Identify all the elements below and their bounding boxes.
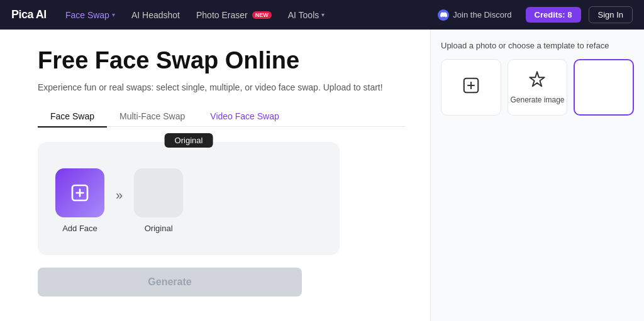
add-face-label: Add Face bbox=[62, 224, 97, 233]
right-panel: Upload a photo or choose a template to r… bbox=[430, 30, 644, 321]
original-card-label: Original bbox=[145, 224, 173, 233]
face-swap-area: Original Add Face » Original bbox=[38, 142, 340, 255]
signin-button[interactable]: Sign In bbox=[589, 6, 633, 23]
original-slot bbox=[134, 168, 183, 217]
discord-icon bbox=[438, 9, 449, 21]
chevron-down-icon-tools: ▾ bbox=[321, 11, 325, 18]
tabs-container: Face Swap Multi-Face Swap Video Face Swa… bbox=[38, 106, 405, 128]
navbar: Pica AI Face Swap ▾ AI Headshot Photo Er… bbox=[0, 0, 644, 30]
generate-button[interactable]: Generate bbox=[38, 268, 302, 297]
template-grid: Generate image bbox=[441, 59, 634, 116]
add-face-button[interactable] bbox=[55, 168, 104, 217]
right-panel-title: Upload a photo or choose a template to r… bbox=[441, 41, 634, 50]
new-badge: new bbox=[252, 11, 272, 19]
nav-face-swap[interactable]: Face Swap ▾ bbox=[59, 6, 121, 24]
left-content: Free Face Swap Online Experience fun or … bbox=[0, 30, 430, 321]
nav-photo-eraser[interactable]: Photo Eraser new bbox=[190, 6, 278, 24]
discord-button[interactable]: Join the Discord bbox=[433, 7, 516, 23]
main-layout: Free Face Swap Online Experience fun or … bbox=[0, 30, 644, 321]
page-subtitle: Experience fun or real swaps: select sin… bbox=[38, 82, 405, 92]
nav-photo-eraser-label: Photo Eraser bbox=[196, 10, 248, 20]
nav-ai-headshot[interactable]: AI Headshot bbox=[125, 6, 186, 24]
logo[interactable]: Pica AI bbox=[11, 8, 47, 21]
nav-face-swap-label: Face Swap bbox=[65, 10, 109, 20]
nav-ai-tools-label: AI Tools bbox=[288, 10, 319, 20]
arrow-divider: » bbox=[116, 188, 123, 214]
nav-ai-headshot-label: AI Headshot bbox=[131, 10, 180, 20]
chevron-down-icon: ▾ bbox=[112, 11, 115, 18]
upload-icon bbox=[462, 76, 480, 99]
upload-card[interactable] bbox=[441, 59, 501, 116]
original-card: Original bbox=[134, 168, 183, 233]
tab-face-swap[interactable]: Face Swap bbox=[38, 106, 107, 128]
original-label: Original bbox=[165, 133, 213, 148]
sparkle-icon bbox=[528, 70, 546, 92]
tab-multi-face-swap[interactable]: Multi-Face Swap bbox=[107, 106, 197, 128]
add-face-card: Add Face bbox=[55, 168, 104, 233]
generate-image-card[interactable]: Generate image bbox=[508, 59, 568, 116]
nav-ai-tools[interactable]: AI Tools ▾ bbox=[282, 6, 331, 24]
tab-video-face-swap[interactable]: Video Face Swap bbox=[197, 106, 291, 128]
page-title: Free Face Swap Online bbox=[38, 47, 405, 75]
credits-button[interactable]: Credits: 8 bbox=[526, 7, 581, 23]
selected-template-card[interactable] bbox=[574, 59, 634, 116]
discord-label: Join the Discord bbox=[453, 10, 511, 19]
generate-image-label: Generate image bbox=[510, 95, 564, 104]
